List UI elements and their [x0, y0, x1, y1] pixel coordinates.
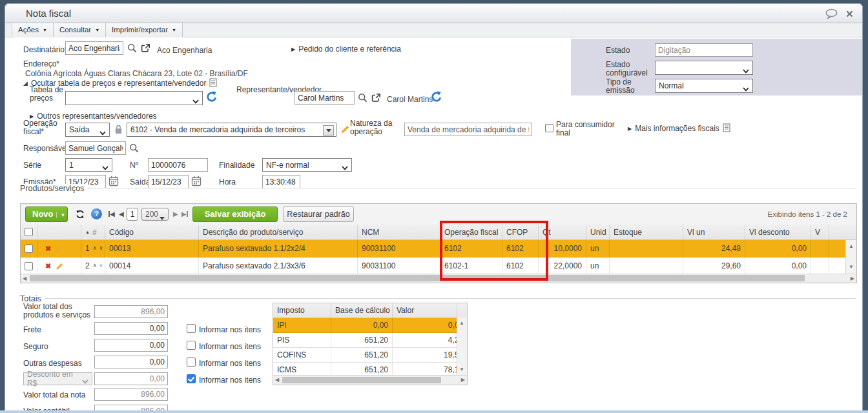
salvar-exibicao-button[interactable]: Salvar exibição — [192, 206, 278, 222]
refresh-icon[interactable] — [431, 91, 442, 103]
page-size-select[interactable]: 200 — [141, 208, 169, 221]
table-row[interactable]: PIS 651,20 4,23 — [273, 333, 467, 348]
select-all-checkbox-cell[interactable] — [21, 225, 37, 239]
search-icon[interactable] — [129, 143, 139, 153]
external-link-icon[interactable] — [371, 93, 381, 103]
edit-pencil-icon[interactable] — [56, 245, 64, 253]
codigo-header[interactable]: Código — [105, 225, 199, 239]
calendar-icon[interactable] — [191, 176, 202, 186]
scroll-up-icon[interactable]: ▲ — [849, 244, 854, 249]
ncm-header[interactable]: NCM — [358, 225, 440, 239]
scrollbar-thumb[interactable] — [282, 377, 441, 383]
valor-header[interactable]: Valor — [393, 303, 457, 317]
vertical-scrollbar[interactable]: ▲ ▼ — [845, 240, 856, 274]
operacao-tipo-select[interactable]: Saída — [65, 123, 110, 137]
scroll-right-icon[interactable]: ▶ — [851, 276, 854, 281]
note-icon[interactable] — [209, 78, 217, 87]
scrollbar-thumb[interactable] — [30, 275, 805, 281]
imposto-header[interactable]: Imposto — [273, 303, 331, 317]
horizontal-scrollbar[interactable]: ◀ ▶ — [21, 274, 856, 283]
menu-acoes[interactable]: Ações▼ — [12, 23, 54, 37]
unid-header[interactable]: Unid — [586, 225, 610, 239]
scroll-left-icon[interactable]: ◀ — [275, 378, 279, 383]
edit-pencil-icon[interactable] — [56, 262, 64, 270]
pedido-cliente-toggle[interactable]: ▶Pedido do cliente e referência — [291, 45, 401, 54]
scroll-down-icon[interactable]: ▼ — [459, 367, 464, 372]
delete-row-icon[interactable]: ✖ — [45, 263, 51, 270]
help-icon[interactable]: ? — [91, 208, 102, 219]
scroll-left-icon[interactable]: ◀ — [23, 276, 26, 281]
desconto-select[interactable]: Desconto em R$ — [23, 372, 92, 385]
representante-link[interactable]: Carol Martins — [387, 95, 433, 104]
destinatario-link[interactable]: Aco Engenharia — [157, 46, 212, 55]
edit-pencil-icon[interactable] — [340, 125, 350, 134]
first-page-button[interactable]: ◀ — [108, 210, 115, 218]
mais-informacoes-toggle[interactable]: ▶Mais informações fiscais — [628, 123, 730, 133]
scroll-up-icon[interactable]: ▲ — [459, 321, 464, 326]
frete-input[interactable] — [94, 322, 168, 335]
frete-informar-checkbox[interactable] — [187, 324, 196, 333]
novo-button[interactable]: Novo▼ — [25, 206, 68, 222]
note-icon[interactable] — [723, 123, 730, 132]
estado-configuravel-select[interactable] — [655, 61, 753, 75]
horizontal-scrollbar[interactable]: ◀ ▶ — [273, 375, 467, 385]
comment-bubble-icon[interactable] — [825, 8, 838, 19]
finalidade-select[interactable]: NF-e normal — [262, 158, 352, 172]
representante-input[interactable] — [294, 91, 355, 105]
close-icon[interactable] — [846, 10, 853, 17]
desconto-input[interactable] — [94, 372, 168, 385]
qt-header[interactable]: Qt — [539, 225, 586, 239]
calendar-icon[interactable] — [108, 176, 119, 186]
vl-desconto-header[interactable]: Vl desconto — [745, 225, 811, 239]
restaurar-padrao-button[interactable]: Restaurar padrão — [283, 206, 354, 222]
outras-despesas-input[interactable] — [94, 356, 168, 368]
descricao-header[interactable]: Descrição do produto/serviço — [199, 225, 358, 239]
outras-despesas-informar-checkbox[interactable] — [187, 358, 196, 367]
menu-imprimir-exportar[interactable]: Imprimir/exportar▼ — [106, 23, 183, 37]
operacao-fiscal-select[interactable]: 6102 - Venda de mercadoria adquirida de … — [127, 123, 336, 137]
external-link-icon[interactable] — [141, 43, 150, 53]
para-consumidor-final-checkbox[interactable] — [545, 124, 553, 132]
menu-consultar[interactable]: Consultar▼ — [54, 23, 106, 37]
page-number-input[interactable] — [127, 208, 138, 221]
move-down-icon[interactable]: ∨ — [99, 246, 103, 251]
seguro-informar-checkbox[interactable] — [187, 341, 196, 350]
last-page-button[interactable]: ▶ — [181, 210, 188, 218]
scroll-right-icon[interactable]: ▶ — [461, 378, 465, 383]
search-icon[interactable] — [358, 93, 367, 103]
num-header[interactable]: ▲# — [81, 225, 105, 239]
estoque-header[interactable]: Estoque — [610, 225, 683, 239]
tabela-precos-select[interactable] — [65, 91, 203, 105]
select-all-checkbox[interactable] — [25, 228, 33, 236]
vl-un-header[interactable]: Vl un — [683, 225, 745, 239]
natureza-operacao-input[interactable] — [404, 123, 532, 136]
tipo-emissao-select[interactable]: Normal — [655, 79, 753, 93]
hora-input[interactable] — [262, 175, 300, 188]
refresh-grid-icon[interactable] — [75, 209, 85, 219]
base-calculo-header[interactable]: Base de cálculo — [331, 303, 393, 317]
move-up-icon[interactable]: ∧ — [93, 246, 97, 251]
desconto-informar-checkbox[interactable] — [187, 374, 196, 383]
next-page-button[interactable]: ▶ — [173, 210, 178, 218]
table-row[interactable]: COFINS 651,20 19,54 — [273, 348, 467, 363]
delete-row-icon[interactable]: ✖ — [45, 245, 51, 252]
cfop-header[interactable]: CFOP — [502, 225, 539, 239]
refresh-icon[interactable] — [206, 91, 217, 103]
prev-page-button[interactable]: ◀ — [119, 210, 124, 218]
table-row[interactable]: ✖ 1∧∨ 00013 Parafuso sextavado 1.1/2x2/4… — [21, 240, 846, 257]
saida-input[interactable] — [148, 175, 189, 188]
destinatario-input[interactable] — [65, 41, 123, 55]
search-icon[interactable] — [127, 43, 137, 53]
table-row[interactable]: ✖ 2∧∨ 00014 Parafuso sextavado 2.1/3x3/6… — [21, 257, 846, 275]
seguro-input[interactable] — [94, 339, 168, 352]
scroll-down-icon[interactable]: ▼ — [849, 265, 854, 270]
serie-select[interactable]: 1 — [65, 158, 112, 172]
move-up-icon[interactable]: ∧ — [93, 263, 97, 268]
row-checkbox[interactable] — [25, 262, 33, 270]
numero-input[interactable] — [148, 158, 208, 172]
responsavel-input[interactable] — [65, 141, 126, 155]
vertical-scrollbar[interactable]: ▲ ▼ — [457, 317, 467, 376]
table-row[interactable]: IPI 0,00 0,00 — [273, 318, 467, 333]
move-down-icon[interactable]: ∨ — [99, 263, 103, 268]
row-checkbox[interactable] — [25, 245, 33, 253]
